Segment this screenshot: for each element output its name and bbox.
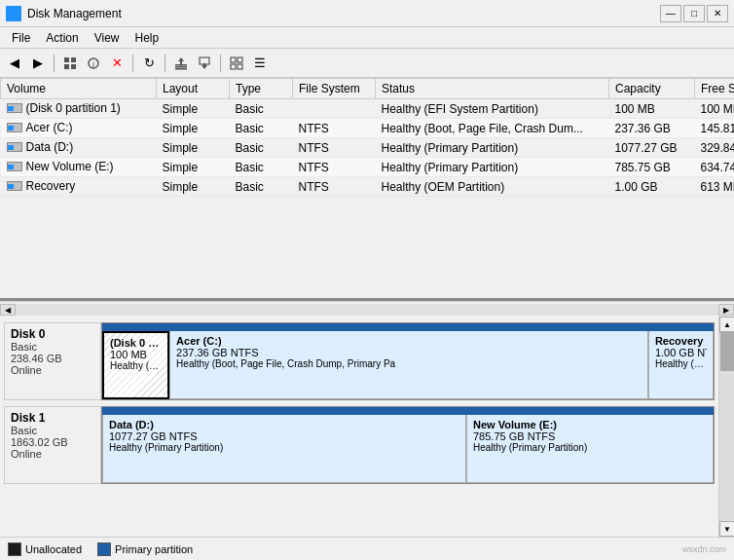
col-volume: Volume xyxy=(1,79,157,99)
disk-type-disk1: Basic xyxy=(11,425,94,436)
part-status-disk0-recovery: Healthy (OEM Partition) xyxy=(655,358,707,369)
disk-size-disk0: 238.46 GB xyxy=(11,353,94,364)
vscroll-thumb[interactable] xyxy=(720,332,734,371)
view-button[interactable] xyxy=(226,53,247,74)
disk-label-disk1: Disk 1 Basic 1863.02 GB Online xyxy=(4,406,101,484)
back-button[interactable]: ◀ xyxy=(4,53,25,74)
vscroll-track xyxy=(719,332,734,521)
hscroll-right[interactable]: ▶ xyxy=(718,304,734,316)
cell-layout: Simple xyxy=(157,177,230,197)
cell-volume: Data (D:) xyxy=(1,138,157,158)
partition-disk0-acer[interactable]: Acer (C:) 237.36 GB NTFS Healthy (Boot, … xyxy=(169,331,648,399)
partition-table-area[interactable]: Volume Layout Type File System Status Ca… xyxy=(0,78,734,301)
disk-management-icon xyxy=(6,6,21,21)
menu-view[interactable]: View xyxy=(87,29,128,47)
disk-status-disk0: Online xyxy=(11,364,94,376)
minimize-button[interactable]: — xyxy=(660,5,681,22)
show-hide-button[interactable] xyxy=(59,53,81,74)
menu-bar: File Action View Help xyxy=(0,27,734,49)
cell-freespace: 634.74 GB xyxy=(695,158,735,177)
cell-capacity: 1.00 GB xyxy=(609,177,695,197)
table-row[interactable]: Acer (C:) Simple Basic NTFS Healthy (Boo… xyxy=(1,119,735,138)
toolbar-sep-4 xyxy=(220,55,221,72)
list-button[interactable]: ☰ xyxy=(249,53,271,74)
part-size-disk0-acer: 237.36 GB NTFS xyxy=(176,347,642,358)
cell-volume: Recovery xyxy=(1,177,157,197)
partition-disk0-recovery[interactable]: Recovery 1.00 GB NTFS Healthy (OEM Parti… xyxy=(648,331,714,399)
vscroll-up[interactable]: ▲ xyxy=(719,317,734,332)
cell-filesystem: NTFS xyxy=(293,119,376,138)
table-row[interactable]: Data (D:) Simple Basic NTFS Healthy (Pri… xyxy=(1,138,735,158)
cell-capacity: 237.36 GB xyxy=(609,119,695,138)
cell-type: Basic xyxy=(230,177,293,197)
properties-icon: i xyxy=(87,56,100,70)
partition-disk1-newvol[interactable]: New Volume (E:) 785.75 GB NTFS Healthy (… xyxy=(466,415,714,483)
svg-rect-6 xyxy=(175,64,187,66)
refresh-button[interactable]: ↻ xyxy=(138,53,160,74)
primary-label: Primary partition xyxy=(115,543,193,555)
cell-status: Healthy (EFI System Partition) xyxy=(376,99,609,119)
cell-volume: Acer (C:) xyxy=(1,119,157,138)
partition-disk1-data[interactable]: Data (D:) 1077.27 GB NTFS Healthy (Prima… xyxy=(102,415,466,483)
part-size-disk0-recovery: 1.00 GB NTFS xyxy=(655,347,707,358)
cell-type: Basic xyxy=(230,138,293,158)
part-status-disk1-data: Healthy (Primary Partition) xyxy=(109,442,459,453)
vscroll-down[interactable]: ▼ xyxy=(719,521,734,537)
svg-rect-12 xyxy=(231,64,236,69)
part-size-disk0-efi: 100 MB xyxy=(110,349,162,360)
properties-button[interactable]: i xyxy=(83,53,104,74)
cell-volume: New Volume (E:) xyxy=(1,158,157,177)
svg-rect-10 xyxy=(231,57,236,62)
hscroll-track xyxy=(16,304,718,316)
col-freespace: Free Spa... xyxy=(695,79,735,99)
toolbar: ◀ ▶ i ✕ ↻ xyxy=(0,49,734,78)
close-button[interactable]: ✕ xyxy=(707,5,728,22)
maximize-button[interactable]: □ xyxy=(683,5,705,22)
unallocated-swatch xyxy=(8,542,21,556)
part-size-disk1-newvol: 785.75 GB NTFS xyxy=(473,430,707,442)
title-bar-controls: — □ ✕ xyxy=(660,5,728,22)
unallocated-label: Unallocated xyxy=(25,543,82,555)
disk-map-content: Disk 0 Basic 238.46 GB Online (Disk 0 pa… xyxy=(0,317,718,537)
hscroll-left[interactable]: ◀ xyxy=(0,304,16,316)
forward-button[interactable]: ▶ xyxy=(27,53,49,74)
col-filesystem: File System xyxy=(293,79,376,99)
cell-capacity: 1077.27 GB xyxy=(609,138,695,158)
disk-type-disk0: Basic xyxy=(11,341,94,353)
window-title: Disk Management xyxy=(27,7,122,20)
primary-swatch xyxy=(97,542,111,556)
cell-type: Basic xyxy=(230,119,293,138)
part-name-disk0-efi: (Disk 0 partition 1) xyxy=(110,337,162,349)
toolbar-sep-3 xyxy=(165,55,165,72)
menu-action[interactable]: Action xyxy=(38,29,86,47)
disk-name-disk1: Disk 1 xyxy=(11,411,94,425)
disk-parts-row-disk1: Data (D:) 1077.27 GB NTFS Healthy (Prima… xyxy=(102,415,714,483)
disk-header-bar-disk1 xyxy=(102,407,714,415)
part-size-disk1-data: 1077.27 GB NTFS xyxy=(109,430,459,442)
table-row[interactable]: New Volume (E:) Simple Basic NTFS Health… xyxy=(1,158,735,177)
cell-capacity: 100 MB xyxy=(609,99,695,119)
delete-button[interactable]: ✕ xyxy=(106,53,128,74)
cell-capacity: 785.75 GB xyxy=(609,158,695,177)
export-button[interactable] xyxy=(170,53,192,74)
disk-partitions-disk1: Data (D:) 1077.27 GB NTFS Healthy (Prima… xyxy=(101,406,715,484)
table-row[interactable]: Recovery Simple Basic NTFS Healthy (OEM … xyxy=(1,177,735,197)
table-row[interactable]: (Disk 0 partition 1) Simple Basic Health… xyxy=(1,99,735,119)
menu-help[interactable]: Help xyxy=(128,29,167,47)
import-icon xyxy=(198,56,211,70)
import-button[interactable] xyxy=(194,53,215,74)
horizontal-scrollbar[interactable]: ◀ ▶ xyxy=(0,301,734,317)
svg-rect-13 xyxy=(238,64,242,69)
cell-status: Healthy (Primary Partition) xyxy=(376,158,609,177)
menu-file[interactable]: File xyxy=(4,29,38,47)
table-body: (Disk 0 partition 1) Simple Basic Health… xyxy=(1,99,735,197)
partition-disk0-efi[interactable]: (Disk 0 partition 1) 100 MB Healthy (EFI… xyxy=(102,331,169,399)
cell-type: Basic xyxy=(230,99,293,119)
cell-layout: Simple xyxy=(157,158,230,177)
cell-type: Basic xyxy=(230,158,293,177)
svg-rect-2 xyxy=(64,64,69,69)
table-header: Volume Layout Type File System Status Ca… xyxy=(1,79,735,99)
svg-rect-8 xyxy=(175,68,187,70)
title-bar: Disk Management — □ ✕ xyxy=(0,0,734,27)
export-icon xyxy=(174,56,188,70)
